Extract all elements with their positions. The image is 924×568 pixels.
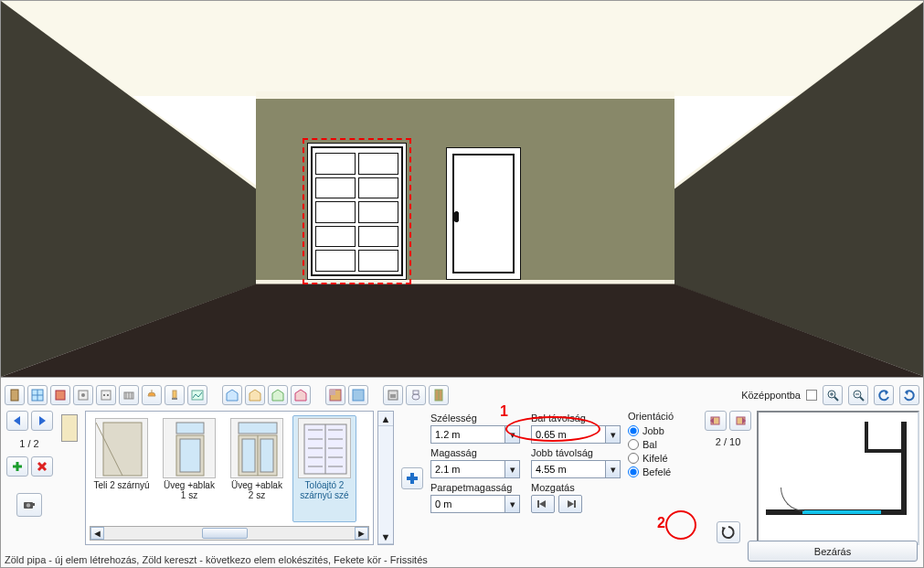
tool-room4-icon[interactable]: [291, 385, 311, 405]
tool-socket-icon[interactable]: [96, 385, 116, 405]
tool-window-icon[interactable]: [27, 385, 48, 405]
tool-material-icon[interactable]: [325, 385, 345, 405]
scroll-thumb[interactable]: [202, 528, 248, 539]
parapet-input[interactable]: [430, 495, 505, 513]
undo-icon[interactable]: [874, 385, 894, 405]
thumb-item[interactable]: Üveg +ablak 2 sz: [225, 415, 289, 522]
wall-prev-button[interactable]: [705, 411, 727, 431]
scroll-right-icon[interactable]: ►: [355, 527, 368, 540]
leftdist-input[interactable]: [531, 425, 606, 444]
svg-line-35: [860, 397, 864, 401]
gallery-next-button[interactable]: [31, 411, 53, 431]
gallery-page-label: 1 / 2: [19, 436, 38, 451]
svg-rect-14: [173, 391, 176, 398]
thumb-pic: [298, 418, 351, 478]
tool-toilet-icon[interactable]: [406, 385, 426, 405]
move-right-button[interactable]: [558, 495, 582, 513]
gallery-scrollbar[interactable]: ◄ ►: [90, 526, 369, 541]
svg-rect-53: [239, 423, 277, 434]
door-existing[interactable]: [446, 147, 521, 280]
tool-radiator-icon[interactable]: [119, 385, 139, 405]
door-thumbs: Teli 2 szárnyú Üveg +ablak 1 sz Üveg +ab…: [90, 415, 369, 522]
orientation-title: Orientáció: [628, 411, 699, 422]
svg-point-46: [27, 503, 30, 507]
refresh-button[interactable]: [717, 521, 740, 543]
tool-color-icon[interactable]: [348, 385, 368, 405]
gallery-nav: 1 / 2: [5, 411, 54, 545]
move-left-button[interactable]: [531, 495, 555, 513]
width-dropdown-icon[interactable]: ▾: [505, 425, 520, 444]
zoom-out-icon[interactable]: [848, 385, 868, 405]
orient-right-radio[interactable]: Jobb: [628, 425, 699, 436]
height-input[interactable]: [430, 460, 505, 478]
tool-picture-icon[interactable]: [187, 385, 207, 405]
wall-nav: 2 / 10: [705, 411, 751, 545]
mini-plan[interactable]: [757, 411, 919, 545]
svg-marker-20: [295, 390, 306, 401]
wall-next-button[interactable]: [729, 411, 751, 431]
plan-wall-v: [901, 422, 907, 513]
close-button[interactable]: Bezárás: [748, 541, 918, 562]
height-dropdown-icon[interactable]: ▾: [505, 460, 520, 478]
tool-wallopening-icon[interactable]: [50, 385, 70, 405]
rightdist-label: Jobb távolság: [531, 445, 621, 458]
tool-switch-icon[interactable]: [73, 385, 93, 405]
crown-back: [256, 91, 674, 99]
plan-room: [766, 422, 907, 502]
toolbar: Középpontba: [5, 383, 919, 407]
gallery-vstrip: ▲ ▼: [377, 411, 394, 545]
leftdist-label: Bal távolság: [531, 411, 621, 423]
tool-wardrobe-icon[interactable]: [429, 385, 449, 405]
height-label: Magasság: [430, 445, 520, 458]
tool-oven-icon[interactable]: [383, 385, 403, 405]
rightdist-dropdown-icon[interactable]: ▾: [606, 460, 621, 478]
svg-rect-50: [176, 423, 204, 434]
gallery-prev-button[interactable]: [6, 411, 28, 431]
rightdist-input[interactable]: [531, 460, 606, 478]
thumb-label: Üveg +ablak 2 sz: [228, 480, 286, 500]
viewport-3d[interactable]: [1, 1, 924, 378]
plan-current-wall: [802, 510, 881, 514]
door-preset-icon[interactable]: [61, 414, 78, 442]
scroll-left-icon[interactable]: ◄: [90, 527, 104, 540]
delete-button[interactable]: [31, 456, 53, 477]
tool-walllamp-icon[interactable]: [165, 385, 185, 405]
insert-button[interactable]: [401, 467, 423, 489]
thumb-item[interactable]: Teli 2 szárnyú: [90, 415, 154, 522]
svg-marker-40: [39, 416, 46, 425]
thumb-label: Üveg +ablak 1 sz: [160, 480, 218, 500]
door-panes: [315, 153, 398, 272]
svg-rect-4: [56, 391, 65, 400]
width-input[interactable]: [430, 425, 505, 444]
status-bar: Zöld pipa - új elem létrehozás, Zöld ker…: [5, 554, 731, 565]
svg-point-8: [103, 394, 105, 396]
camera-reset-button[interactable]: [16, 493, 42, 517]
parapet-dropdown-icon[interactable]: ▾: [505, 495, 520, 513]
tool-ceilinglamp-icon[interactable]: [142, 385, 162, 405]
leftdist-dropdown-icon[interactable]: ▾: [606, 425, 621, 444]
thumb-item-selected[interactable]: Tolóajtó 2 szárnyú szé: [292, 415, 356, 522]
tool-door-icon[interactable]: [5, 385, 25, 405]
plan-wall-v2: [865, 422, 868, 451]
move-label: Mozgatás: [531, 480, 621, 493]
thumb-label: Teli 2 szárnyú: [93, 480, 149, 500]
center-checkbox[interactable]: [806, 390, 817, 401]
tool-room2-icon[interactable]: [245, 385, 265, 405]
orient-inward-radio[interactable]: Befelé: [628, 466, 699, 477]
door-selected[interactable]: [307, 143, 407, 280]
tool-room3-icon[interactable]: [268, 385, 288, 405]
svg-marker-72: [539, 500, 546, 508]
add-button[interactable]: [6, 456, 28, 477]
thumb-item[interactable]: Üveg +ablak 1 sz: [157, 415, 221, 522]
vstrip-down-icon[interactable]: ▼: [378, 530, 393, 544]
orient-outward-radio[interactable]: Kifelé: [628, 453, 699, 464]
vstrip-up-icon[interactable]: ▲: [378, 412, 393, 426]
redo-icon[interactable]: [899, 385, 919, 405]
lower-panel: 1 / 2 Teli 2 szárnyú Üveg: [5, 411, 919, 545]
svg-marker-18: [250, 390, 260, 401]
zoom-in-icon[interactable]: [823, 385, 843, 405]
tool-room1-icon[interactable]: [222, 385, 242, 405]
door-preset-column: [59, 411, 80, 545]
orient-left-radio[interactable]: Bal: [628, 439, 699, 450]
door2-handle: [454, 211, 459, 222]
